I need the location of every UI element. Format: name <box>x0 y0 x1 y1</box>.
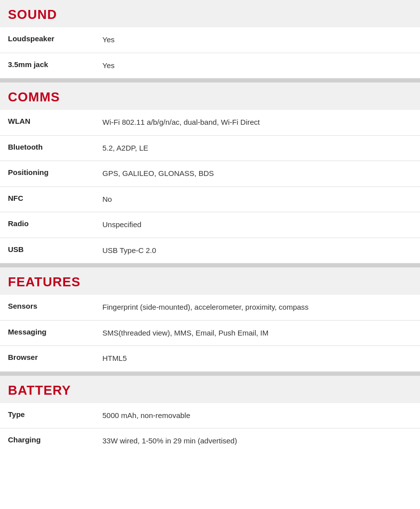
spec-value-comms-2: GPS, GALILEO, GLONASS, BDS <box>102 168 412 179</box>
spec-row-comms-3: NFCNo <box>0 187 420 213</box>
section-divider-features <box>0 372 420 376</box>
spec-row-comms-0: WLANWi-Fi 802.11 a/b/g/n/ac, dual-band, … <box>0 110 420 136</box>
section-title-sound: SOUND <box>8 7 57 22</box>
spec-label-comms-3: NFC <box>8 194 102 202</box>
spec-label-comms-2: Positioning <box>8 168 102 176</box>
spec-value-battery-1: 33W wired, 1-50% in 29 min (advertised) <box>102 435 412 447</box>
spec-row-features-0: SensorsFingerprint (side-mounted), accel… <box>0 295 420 321</box>
section-header-battery: BATTERY <box>0 376 420 403</box>
spec-row-comms-4: RadioUnspecified <box>0 212 420 238</box>
spec-value-comms-1: 5.2, A2DP, LE <box>102 143 412 154</box>
spec-row-battery-1: Charging33W wired, 1-50% in 29 min (adve… <box>0 428 420 454</box>
spec-row-comms-5: USBUSB Type-C 2.0 <box>0 238 420 264</box>
spec-value-sound-1: Yes <box>102 60 412 72</box>
spec-value-features-0: Fingerprint (side-mounted), acceleromete… <box>102 302 412 313</box>
spec-value-features-2: HTML5 <box>102 353 412 364</box>
spec-row-comms-2: PositioningGPS, GALILEO, GLONASS, BDS <box>0 161 420 187</box>
section-title-features: FEATURES <box>8 274 81 289</box>
spec-value-comms-3: No <box>102 194 412 205</box>
spec-row-comms-1: Bluetooth5.2, A2DP, LE <box>0 136 420 162</box>
spec-value-comms-5: USB Type-C 2.0 <box>102 245 412 256</box>
spec-label-features-2: Browser <box>8 353 102 361</box>
spec-row-sound-1: 3.5mm jackYes <box>0 53 420 79</box>
spec-label-comms-5: USB <box>8 245 102 254</box>
spec-row-battery-0: Type5000 mAh, non-removable <box>0 403 420 429</box>
spec-value-comms-0: Wi-Fi 802.11 a/b/g/n/ac, dual-band, Wi-F… <box>102 117 412 128</box>
spec-label-sound-0: Loudspeaker <box>8 34 102 43</box>
spec-label-features-0: Sensors <box>8 302 102 310</box>
spec-label-sound-1: 3.5mm jack <box>8 60 102 69</box>
section-title-battery: BATTERY <box>8 383 71 398</box>
spec-label-comms-0: WLAN <box>8 117 102 125</box>
spec-label-comms-4: Radio <box>8 219 102 228</box>
spec-label-battery-0: Type <box>8 410 102 419</box>
spec-row-features-2: BrowserHTML5 <box>0 346 420 372</box>
spec-row-features-1: MessagingSMS(threaded view), MMS, Email,… <box>0 321 420 346</box>
section-header-features: FEATURES <box>0 267 420 295</box>
spec-value-comms-4: Unspecified <box>102 219 412 231</box>
spec-label-battery-1: Charging <box>8 435 102 444</box>
spec-value-battery-0: 5000 mAh, non-removable <box>102 410 412 422</box>
spec-value-sound-0: Yes <box>102 34 412 46</box>
spec-label-features-1: Messaging <box>8 328 102 336</box>
spec-row-sound-0: LoudspeakerYes <box>0 27 420 53</box>
section-header-comms: COMMS <box>0 83 420 110</box>
spec-value-features-1: SMS(threaded view), MMS, Email, Push Ema… <box>102 328 412 339</box>
section-divider-sound <box>0 79 420 83</box>
spec-label-comms-1: Bluetooth <box>8 143 102 151</box>
section-title-comms: COMMS <box>8 89 60 104</box>
section-divider-comms <box>0 263 420 267</box>
spec-table: SOUNDLoudspeakerYes3.5mm jackYesCOMMSWLA… <box>0 0 420 454</box>
section-header-sound: SOUND <box>0 0 420 27</box>
